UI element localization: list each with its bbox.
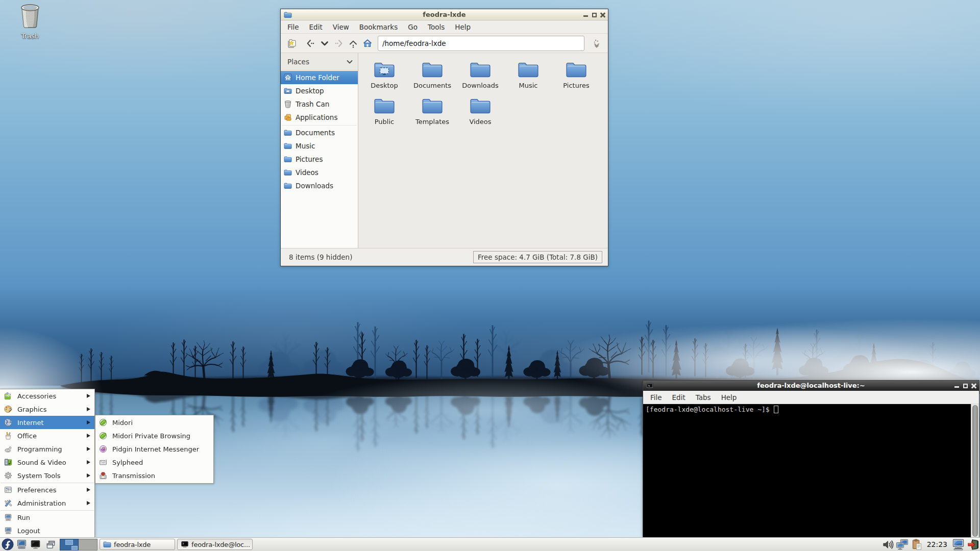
clipboard-icon — [911, 539, 923, 550]
folder-item[interactable]: Pictures — [552, 58, 600, 94]
folder-icon — [374, 97, 395, 115]
logout-button[interactable] — [967, 539, 979, 550]
home-button[interactable] — [360, 36, 375, 51]
terminal-output[interactable]: [feodra-lxde@localhost-live ~]$ — [643, 404, 971, 538]
new-tab-button[interactable] — [285, 36, 299, 51]
submenu-item[interactable]: Midori — [95, 416, 213, 429]
submenu-item-label: Midori Private Browsing — [112, 432, 210, 440]
folder-item[interactable]: Public — [360, 94, 408, 131]
terminal-launcher[interactable] — [29, 538, 41, 550]
app-menu-item[interactable]: Administration — [0, 496, 94, 510]
folder-item[interactable]: Videos — [456, 94, 504, 131]
fm-menu-item[interactable]: Go — [403, 21, 423, 33]
places-item[interactable]: Desktop — [281, 84, 358, 97]
folder-icon — [566, 61, 587, 79]
trash-icon — [19, 3, 41, 29]
forward-button[interactable] — [332, 36, 346, 51]
folder-label: Downloads — [462, 82, 498, 89]
places-item[interactable]: Pictures — [281, 153, 358, 166]
folder-label: Pictures — [563, 82, 589, 89]
task-button[interactable]: feodra-lxde — [100, 539, 175, 550]
app-menu-item[interactable]: Preferences — [0, 483, 94, 496]
submenu-item[interactable]: Pidgin Internet Messenger — [95, 442, 213, 456]
app-menu-item[interactable]: Sound & Video — [0, 456, 94, 469]
app-menu-item[interactable]: Run — [0, 511, 94, 524]
places-item[interactable]: Videos — [281, 166, 358, 179]
jump-button[interactable] — [590, 36, 604, 51]
pcmanfm-launcher[interactable] — [15, 538, 28, 550]
places-item-icon — [284, 129, 292, 137]
fm-menu-item[interactable]: Help — [450, 21, 476, 33]
terminal-scrollbar[interactable] — [971, 404, 979, 538]
fm-close-button[interactable] — [600, 12, 605, 17]
places-header[interactable]: Places — [281, 53, 358, 70]
history-dropdown-button[interactable] — [317, 36, 332, 51]
fm-menu-item[interactable]: File — [282, 21, 304, 33]
lock-screen-button[interactable] — [951, 539, 965, 550]
back-button[interactable] — [303, 36, 317, 51]
network-icon — [896, 538, 909, 550]
places-collapse-icon[interactable] — [346, 58, 354, 66]
submenu-item[interactable]: Sylpheed — [95, 456, 213, 469]
up-button[interactable] — [346, 36, 360, 51]
terminal-titlebar[interactable]: feodra-lxde@localhost-live:~ — [643, 381, 979, 391]
places-item-icon — [284, 142, 292, 150]
fm-menu-item[interactable]: View — [328, 21, 354, 33]
fm-maximize-button[interactable] — [592, 12, 597, 17]
clipboard-tray-icon[interactable] — [911, 539, 923, 550]
submenu-item[interactable]: Midori Private Browsing — [95, 429, 213, 442]
start-menu-button[interactable] — [2, 538, 14, 550]
folder-item[interactable]: Downloads — [456, 58, 504, 94]
folder-label: Videos — [469, 118, 491, 126]
app-menu-item[interactable]: Logout — [0, 524, 94, 537]
terminal-scrollbar-thumb[interactable] — [972, 405, 978, 537]
volume-tray-icon[interactable] — [882, 539, 894, 550]
app-menu-item[interactable]: Programming — [0, 442, 94, 456]
task-button[interactable]: feodra-lxde@loc... — [177, 539, 253, 550]
workspace-1[interactable] — [60, 539, 79, 550]
fm-titlebar[interactable]: feodra-lxde — [281, 9, 608, 20]
terminal-minimize-button[interactable] — [954, 383, 959, 388]
fm-menu-item[interactable]: Edit — [304, 21, 328, 33]
places-item[interactable]: Music — [281, 139, 358, 153]
places-header-label: Places — [287, 58, 309, 66]
taskbar-clock[interactable]: 22:23 — [927, 540, 947, 548]
logout-icon — [967, 539, 979, 550]
fm-menu-item[interactable]: Tools — [423, 21, 450, 33]
desktop-trash-icon[interactable]: Trash — [9, 3, 51, 40]
terminal-menu-item[interactable]: Help — [716, 391, 742, 404]
places-item[interactable]: Downloads — [281, 179, 358, 192]
fm-minimize-button[interactable] — [583, 12, 588, 17]
app-menu-item[interactable]: Graphics — [0, 403, 94, 416]
places-item[interactable]: Trash Can — [281, 97, 358, 111]
app-menu-item[interactable]: Accessories — [0, 389, 94, 403]
folder-item[interactable]: Documents — [408, 58, 456, 94]
places-item-label: Documents — [296, 129, 335, 137]
places-item[interactable]: Applications — [281, 111, 358, 124]
places-item[interactable]: Documents — [281, 126, 358, 139]
app-menu-item[interactable]: Internet — [0, 416, 94, 429]
app-menu-item[interactable]: Office — [0, 429, 94, 442]
fm-menu-item[interactable]: Bookmarks — [354, 21, 403, 33]
places-item[interactable] — [281, 124, 358, 126]
places-item[interactable]: Home Folder — [281, 71, 358, 84]
terminal-menu-item[interactable]: Tabs — [691, 391, 716, 404]
folder-item[interactable]: Music — [504, 58, 552, 94]
terminal-menu-item[interactable]: Edit — [667, 391, 691, 404]
places-item-icon — [284, 87, 292, 95]
folder-item[interactable]: Templates — [408, 94, 456, 131]
submenu-item[interactable]: Transmission — [95, 469, 213, 482]
show-desktop-button[interactable] — [44, 538, 57, 550]
app-menu-item-icon — [4, 499, 12, 507]
terminal-maximize-button[interactable] — [963, 383, 968, 388]
path-bar[interactable]: /home/feodra-lxde — [378, 36, 584, 51]
terminal-close-button[interactable] — [971, 383, 976, 388]
fm-icon-view[interactable]: Desktop Documents Downloads Musi — [358, 53, 608, 248]
places-item-label: Videos — [296, 168, 318, 177]
app-menu-item[interactable]: System Tools — [0, 469, 94, 482]
network-tray-icon[interactable] — [896, 538, 909, 550]
folder-item[interactable]: Desktop — [360, 58, 408, 94]
terminal-menu-item[interactable]: File — [645, 391, 667, 404]
workspace-2[interactable] — [79, 539, 97, 550]
fm-menubar: FileEditViewBookmarksGoToolsHelp — [281, 20, 608, 34]
